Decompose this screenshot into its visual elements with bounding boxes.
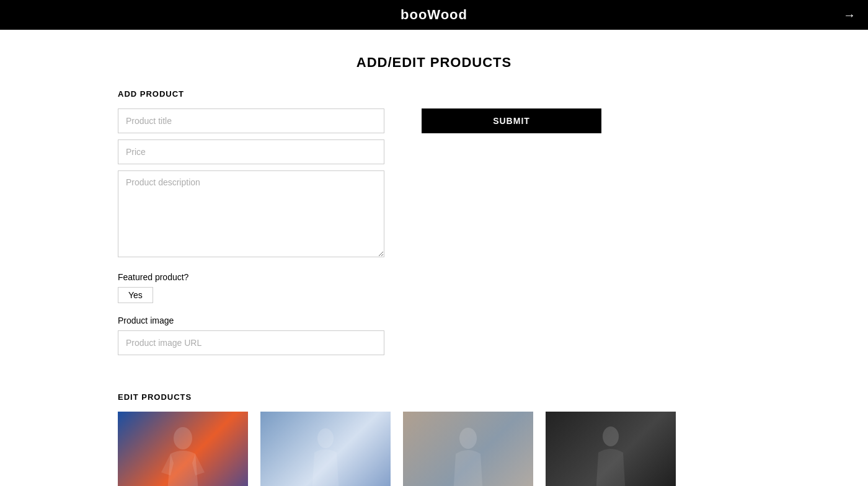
product-card-image-snax-hoodie [546, 412, 676, 486]
product-image-silhouette-snax [586, 423, 636, 487]
product-card-denim-jacket[interactable]: DENIM JACKET $-- [260, 412, 391, 486]
featured-toggle-button[interactable]: Yes [118, 287, 153, 303]
form-right: SUBMIT [422, 108, 750, 133]
description-textarea[interactable] [118, 170, 384, 257]
edit-products-section: EDIT PRODUCTS BELLA CIAO T-SHIRT $-- [118, 392, 750, 486]
product-card-plain-hoodie[interactable]: PLAIN HOODIE $-- [403, 412, 533, 486]
product-card-snax-hoodie[interactable]: SNAX™ HOODIE $-- [546, 412, 676, 486]
product-image-silhouette-hoodie [443, 423, 493, 487]
add-product-section: ADD PRODUCT Featured product? Yes Produc… [118, 89, 750, 361]
product-image-label: Product image [118, 316, 384, 325]
edit-products-label: EDIT PRODUCTS [118, 392, 750, 402]
logo: booWood [401, 7, 467, 23]
product-image-silhouette [158, 423, 208, 487]
product-image-section: Product image [118, 316, 384, 355]
header: booWood → [0, 0, 868, 30]
svg-point-3 [603, 426, 619, 446]
product-title-input[interactable] [118, 108, 384, 133]
featured-section: Featured product? Yes [118, 272, 384, 303]
product-image-url-input[interactable] [118, 330, 384, 355]
form-left: Featured product? Yes Product image [118, 108, 384, 361]
svg-point-2 [459, 428, 477, 449]
page-title-section: ADD/EDIT PRODUCTS [0, 30, 868, 89]
product-card-bella-ciao[interactable]: BELLA CIAO T-SHIRT $-- [118, 412, 248, 486]
svg-point-1 [317, 428, 334, 448]
products-grid: BELLA CIAO T-SHIRT $-- DENIM JACKET $-- [118, 412, 750, 486]
svg-point-0 [174, 427, 192, 449]
product-card-image-denim-jacket [260, 412, 391, 486]
submit-button[interactable]: SUBMIT [422, 108, 601, 133]
price-input[interactable] [118, 139, 384, 164]
featured-label: Featured product? [118, 272, 384, 282]
add-product-form: Featured product? Yes Product image SUBM… [118, 108, 750, 361]
product-card-image-bella-ciao [118, 412, 248, 486]
add-product-label: ADD PRODUCT [118, 89, 750, 99]
main-content: ADD PRODUCT Featured product? Yes Produc… [93, 89, 775, 486]
page-title: ADD/EDIT PRODUCTS [0, 55, 868, 71]
logout-icon[interactable]: → [843, 8, 856, 22]
product-card-image-plain-hoodie [403, 412, 533, 486]
product-image-silhouette-denim [301, 423, 350, 487]
